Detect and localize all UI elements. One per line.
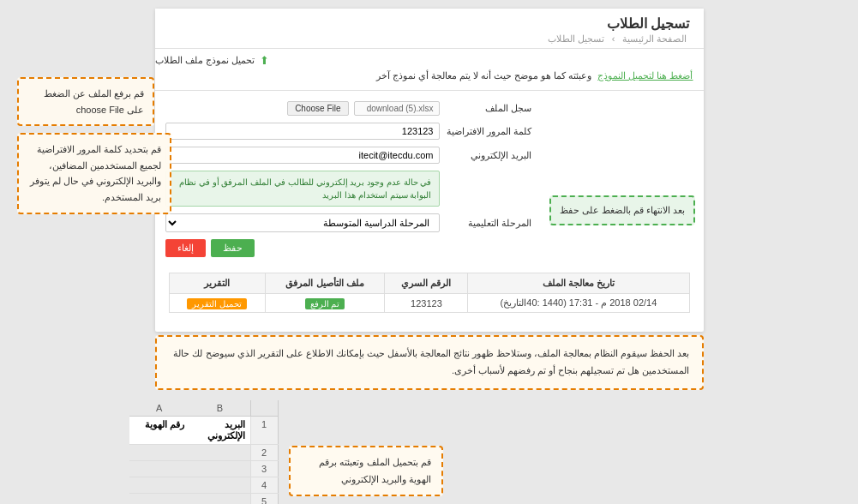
- email-label: البريد الإلكتروني: [447, 150, 532, 161]
- upload-label: تحميل نموذج ملف الطلاب: [155, 55, 255, 66]
- password-field: [165, 123, 440, 140]
- cell-date: 02/14 2018 م - 17:31 (1440 :40التاريخ): [468, 294, 689, 313]
- form-buttons: حفظ إلغاء: [165, 239, 693, 257]
- excel-row-5: 5: [129, 494, 279, 504]
- form-area: سجل الملف download (5).xlsx Choose File …: [155, 94, 704, 264]
- upload-icon: ⬆: [260, 54, 269, 67]
- col-header-file: ملف التأصيل المرفق: [265, 273, 385, 294]
- excel-row-3: 3: [129, 461, 279, 477]
- email-row: البريد الإلكتروني: [165, 147, 693, 164]
- report-status-badge[interactable]: تحميل التقرير: [187, 298, 247, 309]
- card-header: تسجيل الطلاب الصفحة الرئيسية › تسجيل الط…: [155, 9, 704, 49]
- level-select[interactable]: المرحلة الدراسية المتوسطة: [165, 213, 440, 232]
- info-row: في حالة عدم وجود بريد إلكتروني للطالب في…: [165, 171, 693, 207]
- file-field: download (5).xlsx Choose File: [165, 101, 440, 116]
- cell-file-status: تم الرفع: [265, 294, 385, 313]
- breadcrumb-separator: ›: [612, 33, 615, 44]
- level-label: المرحلة التعليمية: [447, 218, 532, 229]
- col-b-label: B: [189, 400, 251, 416]
- password-label: كلمة المرور الافتراضية: [447, 126, 532, 137]
- password-input[interactable]: [165, 123, 440, 140]
- file-label: سجل الملف: [447, 103, 532, 114]
- download-row: أضغط هنا لتحميل النموذج وعبئته كما هو مو…: [155, 70, 704, 87]
- page-container: تسجيل الطلاب الصفحة الرئيسية › تسجيل الط…: [0, 0, 858, 504]
- processing-hint-box: بعد الحفظ سيقوم النظام بمعالجة الملف، وس…: [155, 335, 704, 390]
- col-header-password: الرقم السري: [385, 273, 468, 294]
- password-row: كلمة المرور الافتراضية: [165, 123, 693, 140]
- col-header-report: التقرير: [169, 273, 265, 294]
- results-table: تاريخ معالجة الملف الرقم السري ملف التأص…: [169, 273, 690, 313]
- col-header-date: تاريخ معالجة الملف: [468, 273, 689, 294]
- excel-hint-box: قم بتحميل الملف وتعبئته برقم الهوية والب…: [289, 446, 443, 497]
- col-a-label: A: [129, 400, 190, 416]
- file-input-area: download (5).xlsx Choose File: [287, 101, 439, 116]
- cell-report: تحميل التقرير: [169, 294, 265, 313]
- upload-section-header: ⬆ تحميل نموذج ملف الطلاب: [155, 49, 704, 70]
- bottom-row: B A 1 البريد الإلكتروني رقم الهوية 2 3: [129, 400, 729, 504]
- level-row: المرحلة التعليمية المرحلة الدراسية المتو…: [165, 213, 693, 232]
- cancel-button[interactable]: إلغاء: [165, 239, 206, 257]
- email-field-wrap: [165, 147, 440, 164]
- excel-col-header: B A: [129, 400, 279, 417]
- header-a: رقم الهوية: [129, 417, 190, 444]
- file-name-display: download (5).xlsx: [354, 101, 440, 116]
- page-title: تسجيل الطلاب: [169, 15, 690, 32]
- breadcrumb-home: الصفحة الرئيسية: [622, 33, 687, 44]
- breadcrumb: الصفحة الرئيسية › تسجيل الطلاب: [169, 33, 690, 45]
- main-card: تسجيل الطلاب الصفحة الرئيسية › تسجيل الط…: [155, 9, 704, 332]
- file-upload-row: سجل الملف download (5).xlsx Choose File: [165, 101, 693, 116]
- excel-section: B A 1 البريد الإلكتروني رقم الهوية 2 3: [129, 400, 279, 504]
- results-section: تاريخ معالجة الملف الرقم السري ملف التأص…: [155, 273, 704, 323]
- choose-file-button[interactable]: Choose File: [287, 101, 348, 116]
- table-row: 02/14 2018 م - 17:31 (1440 :40التاريخ) 1…: [169, 294, 689, 313]
- download-link[interactable]: أضغط هنا لتحميل النموذج: [597, 70, 693, 81]
- cell-password: 123123: [385, 294, 468, 313]
- excel-row-4: 4: [129, 477, 279, 494]
- excel-row-2: 2: [129, 445, 279, 461]
- processing-hint-wrapper: بعد الحفظ سيقوم النظام بمعالجة الملف، وس…: [155, 335, 704, 390]
- excel-header-row: 1 البريد الإلكتروني رقم الهوية: [129, 417, 279, 445]
- email-input[interactable]: [165, 147, 440, 164]
- save-button[interactable]: حفظ: [211, 239, 255, 257]
- download-hint: وعبئته كما هو موضح حيث أنه لا يتم معالجة…: [376, 70, 592, 81]
- breadcrumb-current: تسجيل الطلاب: [548, 33, 604, 44]
- email-info-box: في حالة عدم وجود بريد إلكتروني للطالب في…: [165, 171, 440, 207]
- file-status-badge: تم الرفع: [305, 298, 345, 309]
- level-field: المرحلة الدراسية المتوسطة: [165, 213, 440, 232]
- header-b: البريد الإلكتروني: [189, 417, 251, 444]
